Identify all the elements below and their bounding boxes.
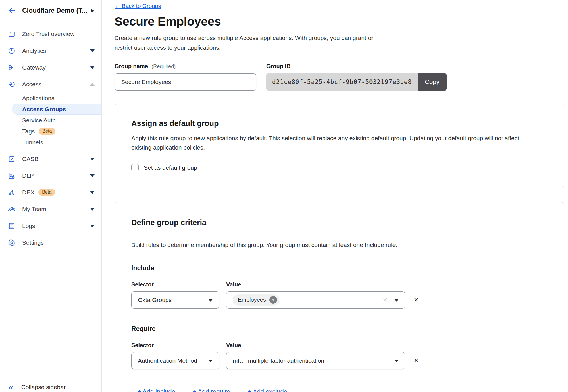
add-include-link[interactable]: + Add include bbox=[138, 388, 175, 392]
group-fields-row: Group name (Required) Group ID d21ce80f-… bbox=[115, 63, 564, 91]
value-label: Value bbox=[226, 281, 241, 288]
tag-remove-icon[interactable]: x bbox=[269, 296, 277, 304]
sidebar-item-service-auth[interactable]: Service Auth bbox=[0, 115, 101, 126]
sidebar-item-label: Tags Beta bbox=[22, 128, 55, 135]
sidebar-item-logs[interactable]: Logs bbox=[0, 217, 101, 234]
value-tag: Employees x bbox=[233, 294, 279, 306]
dropdown-caret-icon bbox=[208, 360, 213, 362]
sidebar-item-access[interactable]: Access bbox=[0, 76, 101, 93]
require-value-dropdown[interactable]: mfa - multiple-factor authentication bbox=[226, 352, 405, 369]
assign-default-group-card: Assign as default group Apply this rule … bbox=[115, 104, 564, 188]
set-default-group-checkbox[interactable] bbox=[131, 164, 139, 171]
require-heading: Require bbox=[131, 325, 547, 333]
sidebar-item-my-team[interactable]: My Team bbox=[0, 201, 101, 217]
sidebar-item-applications[interactable]: Applications bbox=[0, 93, 101, 104]
card-description: Apply this rule group to new application… bbox=[131, 133, 536, 152]
require-rule-row: Authentication Method mfa - multiple-fac… bbox=[131, 352, 547, 369]
card-title: Assign as default group bbox=[131, 119, 547, 128]
card-title: Define group criteria bbox=[131, 218, 547, 227]
pie-chart-icon bbox=[8, 47, 15, 54]
selector-label: Selector bbox=[131, 342, 226, 349]
require-selector-dropdown[interactable]: Authentication Method bbox=[131, 352, 219, 369]
app-root: Cloudflare Demo (T... ▶ Zero Trust overv… bbox=[0, 0, 568, 392]
chevron-down-icon[interactable] bbox=[90, 225, 95, 227]
account-switcher-icon[interactable]: ▶ bbox=[91, 8, 96, 13]
dropdown-caret-icon bbox=[394, 360, 399, 362]
dex-network-icon bbox=[8, 188, 15, 196]
main-content: ← Back to Groups Secure Employees Create… bbox=[102, 0, 568, 392]
casb-icon bbox=[8, 155, 15, 163]
sidebar-item-casb[interactable]: CASB bbox=[0, 150, 101, 167]
define-group-criteria-card: Define group criteria Build rules to det… bbox=[115, 202, 564, 392]
clear-values-icon[interactable]: ✕ bbox=[383, 296, 388, 304]
dlp-lock-icon bbox=[8, 172, 15, 179]
remove-require-rule-icon[interactable]: ✕ bbox=[413, 357, 419, 364]
chevron-down-icon[interactable] bbox=[90, 66, 95, 69]
value-label: Value bbox=[226, 342, 241, 349]
sidebar-item-label: DLP bbox=[22, 172, 90, 179]
sidebar-item-gateway[interactable]: Gateway bbox=[0, 59, 101, 76]
add-exclude-link[interactable]: + Add exclude bbox=[248, 388, 287, 392]
sidebar-item-zero-trust-overview[interactable]: Zero Trust overview bbox=[0, 26, 101, 42]
dropdown-caret-icon bbox=[208, 299, 213, 302]
sidebar-header: Cloudflare Demo (T... ▶ bbox=[0, 0, 101, 21]
gateway-icon bbox=[8, 64, 15, 71]
page-description: Create a new rule group to use across mu… bbox=[115, 33, 392, 53]
sidebar-item-label: Tunnels bbox=[22, 139, 43, 146]
sidebar-item-label: Service Auth bbox=[22, 117, 56, 124]
group-name-label: Group name bbox=[115, 63, 148, 69]
back-arrow-icon[interactable] bbox=[7, 6, 17, 15]
required-hint: (Required) bbox=[151, 64, 176, 69]
account-name[interactable]: Cloudflare Demo (T... bbox=[22, 7, 91, 14]
chevron-down-icon[interactable] bbox=[90, 191, 95, 194]
page-title: Secure Employees bbox=[115, 14, 564, 28]
access-icon bbox=[8, 80, 15, 88]
sidebar-nav: Zero Trust overview Analytics Gateway bbox=[0, 21, 101, 251]
group-id-value: d21ce80f-5a25-4bcf-9b07-5032197e3be8 bbox=[266, 73, 418, 91]
set-default-group-label: Set as default group bbox=[144, 164, 197, 171]
add-require-link[interactable]: + Add require bbox=[193, 388, 230, 392]
dropdown-caret-icon bbox=[394, 299, 399, 302]
logs-icon bbox=[8, 222, 15, 230]
sidebar-item-tunnels[interactable]: Tunnels bbox=[0, 137, 101, 148]
sidebar-item-dlp[interactable]: DLP bbox=[0, 167, 101, 184]
sidebar-item-tags[interactable]: Tags Beta bbox=[0, 126, 101, 137]
sidebar-item-settings[interactable]: Settings bbox=[0, 234, 101, 251]
chevron-down-icon[interactable] bbox=[90, 49, 95, 52]
sidebar-item-label: Access Groups bbox=[22, 106, 66, 113]
card-description: Build rules to determine membership of t… bbox=[131, 240, 536, 250]
gear-icon bbox=[8, 239, 15, 246]
sidebar-item-access-groups[interactable]: Access Groups bbox=[12, 104, 101, 115]
group-name-field-group: Group name (Required) bbox=[115, 63, 256, 91]
sidebar-item-label: Applications bbox=[22, 95, 54, 102]
sidebar-item-label: Zero Trust overview bbox=[22, 31, 95, 37]
copy-button[interactable]: Copy bbox=[418, 73, 446, 91]
include-heading: Include bbox=[131, 264, 547, 272]
sidebar-item-label: Logs bbox=[22, 223, 90, 229]
window-icon bbox=[8, 30, 15, 38]
sidebar-item-dex[interactable]: DEX Beta bbox=[0, 184, 101, 201]
chevron-down-icon[interactable] bbox=[90, 158, 95, 160]
sidebar-item-label: Access bbox=[22, 81, 90, 88]
include-value-multiselect[interactable]: Employees x ✕ bbox=[226, 291, 405, 309]
chevron-up-icon[interactable] bbox=[90, 83, 95, 86]
chevron-down-icon[interactable] bbox=[90, 208, 95, 211]
beta-badge: Beta bbox=[39, 128, 55, 135]
sidebar-item-label: Gateway bbox=[22, 64, 90, 71]
sidebar-item-label: Analytics bbox=[22, 47, 90, 54]
team-icon bbox=[8, 205, 15, 213]
sidebar: Cloudflare Demo (T... ▶ Zero Trust overv… bbox=[0, 0, 102, 392]
include-selector-dropdown[interactable]: Okta Groups bbox=[131, 291, 219, 309]
group-id-label: Group ID bbox=[266, 63, 447, 70]
double-chevron-left-icon: « bbox=[9, 383, 13, 391]
selector-label: Selector bbox=[131, 281, 226, 288]
remove-include-rule-icon[interactable]: ✕ bbox=[413, 297, 419, 303]
group-name-input[interactable] bbox=[115, 73, 256, 91]
beta-badge: Beta bbox=[38, 189, 55, 196]
sidebar-item-analytics[interactable]: Analytics bbox=[0, 42, 101, 59]
chevron-down-icon[interactable] bbox=[90, 174, 95, 177]
sidebar-item-label: DEX Beta bbox=[22, 189, 90, 196]
include-rule-row: Okta Groups Employees x ✕ ✕ bbox=[131, 291, 547, 309]
back-to-groups-link[interactable]: ← Back to Groups bbox=[115, 3, 161, 9]
collapse-sidebar-button[interactable]: « Collapse sidebar bbox=[0, 378, 101, 392]
